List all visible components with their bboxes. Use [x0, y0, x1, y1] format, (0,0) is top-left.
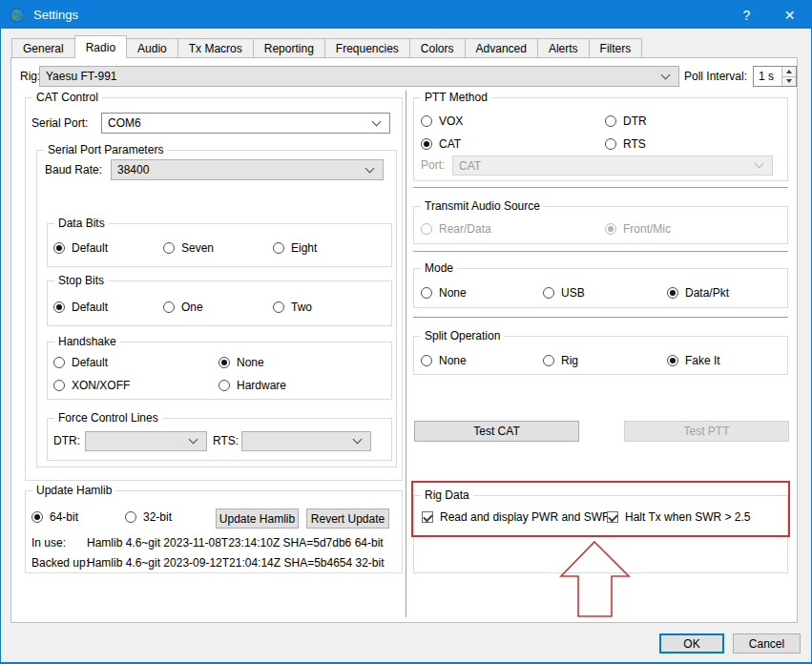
settings-dialog: Settings ? ✕ General Radio Audio Tx Macr…: [0, 0, 812, 664]
radio-stop-bits-default[interactable]: Default: [53, 300, 108, 315]
radio-tas-front-mic: Front/Mic: [605, 221, 671, 237]
radio-icon: [163, 242, 175, 254]
window-title: Settings: [33, 8, 725, 22]
titlebar: Settings ? ✕: [1, 1, 811, 29]
radio-label: One: [181, 301, 203, 314]
radio-stop-bits-one[interactable]: One: [163, 300, 203, 315]
serial-port-label: Serial Port:: [31, 115, 88, 131]
test-cat-button[interactable]: Test CAT: [414, 421, 579, 442]
radio-icon: [31, 511, 43, 523]
radio-mode-data-pkt[interactable]: Data/Pkt: [667, 285, 729, 301]
group-title: PTT Method: [421, 91, 491, 105]
checkbox-icon: [607, 511, 618, 523]
tab-label: Filters: [600, 42, 632, 55]
radio-ptt-vox[interactable]: VOX: [421, 114, 463, 129]
radio-split-rig[interactable]: Rig: [543, 353, 578, 368]
chevron-down-icon: [372, 116, 382, 126]
group-title: Transmit Audio Source: [421, 199, 544, 214]
tab-advanced[interactable]: Advanced: [465, 38, 538, 58]
radio-handshake-xon-xoff[interactable]: XON/XOFF: [53, 378, 130, 393]
radio-label: 64-bit: [50, 510, 78, 524]
radio-data-bits-eight[interactable]: Eight: [273, 240, 317, 256]
group-title: Stop Bits: [54, 274, 108, 288]
update-hamlib-button[interactable]: Update Hamlib: [216, 508, 299, 529]
tab-label: Reporting: [264, 42, 314, 55]
radio-label: Default: [72, 241, 108, 255]
spin-down-button[interactable]: [782, 76, 796, 87]
radio-split-fake-it[interactable]: Fake It: [667, 353, 720, 368]
radio-data-bits-default[interactable]: Default: [53, 240, 108, 256]
radio-stop-bits-two[interactable]: Two: [273, 300, 312, 315]
section-separator: [413, 187, 788, 189]
radio-data-bits-seven[interactable]: Seven: [163, 240, 214, 256]
group-title: Update Hamlib: [32, 484, 115, 498]
radio-label: USB: [561, 286, 585, 300]
radio-handshake-default[interactable]: Default: [53, 355, 108, 370]
section-separator: [413, 317, 788, 319]
tab-tx-macros[interactable]: Tx Macros: [177, 38, 254, 58]
ok-button[interactable]: OK: [659, 633, 724, 654]
rig-value: Yaesu FT-991: [46, 70, 656, 83]
baud-rate-combobox[interactable]: 38400: [111, 159, 384, 180]
radio-label: None: [439, 354, 467, 367]
group-title: CAT Control: [32, 91, 102, 105]
cancel-button[interactable]: Cancel: [733, 633, 801, 654]
group-title: Handshake: [54, 335, 120, 349]
checkbox-icon: [422, 511, 433, 523]
tab-label: Tx Macros: [189, 42, 242, 55]
radio-label: Rig: [561, 354, 578, 367]
rig-label: Rig:: [20, 69, 40, 84]
radio-handshake-hardware[interactable]: Hardware: [219, 378, 286, 393]
tab-reporting[interactable]: Reporting: [253, 38, 325, 58]
radio-mode-none[interactable]: None: [421, 285, 467, 301]
checkbox-halt-tx-swr[interactable]: Halt Tx when SWR > 2.5: [607, 509, 751, 525]
baud-rate-value: 38400: [117, 163, 361, 176]
radio-label: Default: [72, 301, 108, 314]
tab-alerts[interactable]: Alerts: [537, 38, 590, 58]
revert-update-button[interactable]: Revert Update: [306, 508, 389, 529]
rts-label: RTS:: [213, 433, 239, 448]
ptt-port-value: CAT: [459, 159, 750, 173]
radio-split-none[interactable]: None: [421, 353, 467, 368]
radio-icon: [219, 380, 230, 391]
tab-frequencies[interactable]: Frequencies: [324, 38, 410, 58]
tab-colors[interactable]: Colors: [409, 38, 466, 58]
rts-combobox[interactable]: [241, 431, 371, 451]
close-button[interactable]: ✕: [768, 1, 811, 29]
chevron-down-icon: [755, 159, 764, 169]
serial-port-combobox[interactable]: COM6: [101, 113, 390, 134]
poll-interval-spinbox[interactable]: 1 s: [753, 66, 797, 87]
in-use-value: Hamlib 4.6~git 2023-11-08T23:14:10Z SHA=…: [87, 535, 384, 550]
ptt-port-label: Port:: [421, 157, 445, 173]
radio-hamlib-64bit[interactable]: 64-bit: [31, 509, 78, 525]
dtr-combobox[interactable]: [85, 431, 207, 451]
rig-combobox[interactable]: Yaesu FT-991: [39, 66, 679, 87]
tab-radio[interactable]: Radio: [74, 35, 127, 58]
test-ptt-button: Test PTT: [624, 421, 789, 442]
radio-mode-usb[interactable]: USB: [543, 285, 585, 301]
radio-label: VOX: [439, 114, 463, 128]
radio-icon: [421, 223, 432, 235]
app-globe-icon: [10, 8, 25, 23]
backed-up-label: Backed up:: [31, 555, 89, 571]
radio-icon: [421, 287, 432, 299]
radio-label: None: [237, 356, 264, 369]
radio-ptt-dtr[interactable]: DTR: [605, 114, 647, 129]
radio-icon: [125, 511, 136, 523]
tab-general[interactable]: General: [11, 38, 75, 58]
triangle-up-icon: [786, 70, 792, 73]
tab-filters[interactable]: Filters: [589, 38, 643, 58]
radio-ptt-rts[interactable]: RTS: [605, 136, 646, 152]
checkbox-read-pwr-swr[interactable]: Read and display PWR and SWR: [422, 509, 611, 525]
radio-ptt-cat[interactable]: CAT: [421, 136, 461, 152]
radio-icon: [273, 242, 284, 254]
help-button[interactable]: ?: [725, 1, 768, 29]
spin-up-button[interactable]: [782, 67, 796, 76]
group-title: Split Operation: [421, 329, 504, 343]
radio-icon: [605, 115, 616, 127]
radio-handshake-none[interactable]: None: [219, 355, 264, 370]
radio-hamlib-32bit[interactable]: 32-bit: [125, 509, 172, 525]
radio-icon: [53, 242, 65, 254]
tab-audio[interactable]: Audio: [126, 38, 178, 58]
radio-icon: [421, 138, 432, 150]
